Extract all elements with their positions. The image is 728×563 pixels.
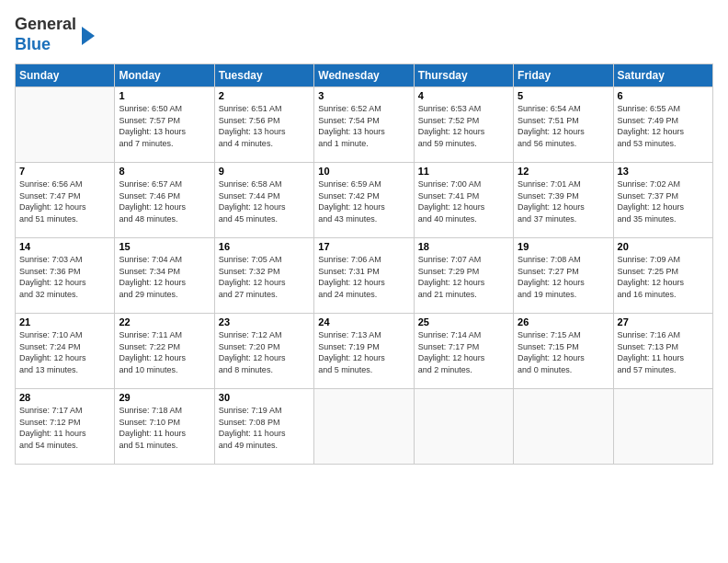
calendar-cell: 23Sunrise: 7:12 AM Sunset: 7:20 PM Dayli… <box>214 314 313 389</box>
day-info: Sunrise: 7:07 AM Sunset: 7:29 PM Dayligh… <box>418 254 509 300</box>
logo-arrow-icon <box>82 27 95 45</box>
day-info: Sunrise: 6:51 AM Sunset: 7:56 PM Dayligh… <box>219 103 310 149</box>
calendar-cell: 16Sunrise: 7:05 AM Sunset: 7:32 PM Dayli… <box>214 238 313 314</box>
day-number: 17 <box>318 241 409 252</box>
calendar-cell: 2Sunrise: 6:51 AM Sunset: 7:56 PM Daylig… <box>214 87 313 163</box>
day-number: 5 <box>518 90 609 101</box>
calendar-cell: 26Sunrise: 7:15 AM Sunset: 7:15 PM Dayli… <box>514 314 613 389</box>
logo-text-block: General Blue <box>15 15 76 54</box>
day-number: 30 <box>219 392 310 403</box>
calendar-cell: 14Sunrise: 7:03 AM Sunset: 7:36 PM Dayli… <box>16 238 115 314</box>
weekday-header-row: SundayMondayTuesdayWednesdayThursdayFrid… <box>16 64 713 87</box>
calendar-cell: 29Sunrise: 7:18 AM Sunset: 7:10 PM Dayli… <box>115 389 214 465</box>
day-info: Sunrise: 7:17 AM Sunset: 7:12 PM Dayligh… <box>19 405 110 451</box>
calendar-cell: 11Sunrise: 7:00 AM Sunset: 7:41 PM Dayli… <box>414 163 513 238</box>
calendar-cell: 22Sunrise: 7:11 AM Sunset: 7:22 PM Dayli… <box>115 314 214 389</box>
weekday-header-saturday: Saturday <box>613 64 712 87</box>
logo-general: General <box>15 15 76 33</box>
weekday-header-friday: Friday <box>514 64 613 87</box>
day-info: Sunrise: 7:00 AM Sunset: 7:41 PM Dayligh… <box>418 178 509 224</box>
day-number: 12 <box>518 166 609 177</box>
day-number: 10 <box>318 166 409 177</box>
day-info: Sunrise: 6:52 AM Sunset: 7:54 PM Dayligh… <box>318 103 409 149</box>
calendar-week-4: 21Sunrise: 7:10 AM Sunset: 7:24 PM Dayli… <box>16 314 713 389</box>
day-info: Sunrise: 7:03 AM Sunset: 7:36 PM Dayligh… <box>19 254 110 300</box>
day-number: 3 <box>318 90 409 101</box>
day-info: Sunrise: 6:50 AM Sunset: 7:57 PM Dayligh… <box>119 103 210 149</box>
calendar-cell: 9Sunrise: 6:58 AM Sunset: 7:44 PM Daylig… <box>214 163 313 238</box>
day-info: Sunrise: 7:10 AM Sunset: 7:24 PM Dayligh… <box>19 329 110 375</box>
calendar-cell: 30Sunrise: 7:19 AM Sunset: 7:08 PM Dayli… <box>214 389 313 465</box>
header: General Blue <box>15 15 713 54</box>
calendar-cell <box>613 389 712 465</box>
calendar-body: 1Sunrise: 6:50 AM Sunset: 7:57 PM Daylig… <box>16 87 713 465</box>
calendar-cell <box>16 87 115 163</box>
day-info: Sunrise: 7:11 AM Sunset: 7:22 PM Dayligh… <box>119 329 210 375</box>
day-number: 20 <box>618 241 709 252</box>
day-info: Sunrise: 7:15 AM Sunset: 7:15 PM Dayligh… <box>518 329 609 375</box>
weekday-header-thursday: Thursday <box>414 64 513 87</box>
day-info: Sunrise: 7:05 AM Sunset: 7:32 PM Dayligh… <box>219 254 310 300</box>
calendar-page: General Blue SundayMondayTuesdayWednesda… <box>0 0 728 563</box>
day-info: Sunrise: 7:01 AM Sunset: 7:39 PM Dayligh… <box>518 178 609 224</box>
logo: General Blue <box>15 15 95 54</box>
calendar-cell: 12Sunrise: 7:01 AM Sunset: 7:39 PM Dayli… <box>514 163 613 238</box>
weekday-header-monday: Monday <box>115 64 214 87</box>
day-info: Sunrise: 6:54 AM Sunset: 7:51 PM Dayligh… <box>518 103 609 149</box>
day-info: Sunrise: 7:08 AM Sunset: 7:27 PM Dayligh… <box>518 254 609 300</box>
day-info: Sunrise: 7:04 AM Sunset: 7:34 PM Dayligh… <box>119 254 210 300</box>
calendar-week-3: 14Sunrise: 7:03 AM Sunset: 7:36 PM Dayli… <box>16 238 713 314</box>
day-number: 25 <box>418 316 509 327</box>
day-info: Sunrise: 7:09 AM Sunset: 7:25 PM Dayligh… <box>618 254 709 300</box>
calendar-cell: 5Sunrise: 6:54 AM Sunset: 7:51 PM Daylig… <box>514 87 613 163</box>
day-number: 4 <box>418 90 509 101</box>
day-info: Sunrise: 6:57 AM Sunset: 7:46 PM Dayligh… <box>119 178 210 224</box>
day-number: 14 <box>19 241 110 252</box>
calendar-week-1: 1Sunrise: 6:50 AM Sunset: 7:57 PM Daylig… <box>16 87 713 163</box>
day-number: 8 <box>119 166 210 177</box>
day-info: Sunrise: 6:59 AM Sunset: 7:42 PM Dayligh… <box>318 178 409 224</box>
calendar-cell: 15Sunrise: 7:04 AM Sunset: 7:34 PM Dayli… <box>115 238 214 314</box>
calendar-cell: 20Sunrise: 7:09 AM Sunset: 7:25 PM Dayli… <box>613 238 712 314</box>
day-info: Sunrise: 6:58 AM Sunset: 7:44 PM Dayligh… <box>219 178 310 224</box>
day-number: 9 <box>219 166 310 177</box>
calendar-table: SundayMondayTuesdayWednesdayThursdayFrid… <box>15 63 713 465</box>
day-number: 24 <box>318 316 409 327</box>
day-number: 6 <box>618 90 709 101</box>
day-number: 11 <box>418 166 509 177</box>
calendar-cell: 18Sunrise: 7:07 AM Sunset: 7:29 PM Dayli… <box>414 238 513 314</box>
calendar-cell: 25Sunrise: 7:14 AM Sunset: 7:17 PM Dayli… <box>414 314 513 389</box>
calendar-cell: 4Sunrise: 6:53 AM Sunset: 7:52 PM Daylig… <box>414 87 513 163</box>
calendar-cell: 28Sunrise: 7:17 AM Sunset: 7:12 PM Dayli… <box>16 389 115 465</box>
weekday-header-tuesday: Tuesday <box>214 64 313 87</box>
calendar-cell: 3Sunrise: 6:52 AM Sunset: 7:54 PM Daylig… <box>314 87 414 163</box>
day-info: Sunrise: 6:55 AM Sunset: 7:49 PM Dayligh… <box>618 103 709 149</box>
day-info: Sunrise: 7:14 AM Sunset: 7:17 PM Dayligh… <box>418 329 509 375</box>
logo-blue: Blue <box>15 35 51 53</box>
calendar-cell: 13Sunrise: 7:02 AM Sunset: 7:37 PM Dayli… <box>613 163 712 238</box>
calendar-cell: 10Sunrise: 6:59 AM Sunset: 7:42 PM Dayli… <box>314 163 414 238</box>
day-info: Sunrise: 7:13 AM Sunset: 7:19 PM Dayligh… <box>318 329 409 375</box>
calendar-header: SundayMondayTuesdayWednesdayThursdayFrid… <box>16 64 713 87</box>
day-info: Sunrise: 6:53 AM Sunset: 7:52 PM Dayligh… <box>418 103 509 149</box>
calendar-cell <box>414 389 513 465</box>
calendar-cell <box>314 389 414 465</box>
day-number: 7 <box>19 166 110 177</box>
day-number: 26 <box>518 316 609 327</box>
day-number: 29 <box>119 392 210 403</box>
day-number: 15 <box>119 241 210 252</box>
day-number: 21 <box>19 316 110 327</box>
day-number: 13 <box>618 166 709 177</box>
calendar-cell: 17Sunrise: 7:06 AM Sunset: 7:31 PM Dayli… <box>314 238 414 314</box>
day-info: Sunrise: 7:16 AM Sunset: 7:13 PM Dayligh… <box>618 329 709 375</box>
calendar-cell: 24Sunrise: 7:13 AM Sunset: 7:19 PM Dayli… <box>314 314 414 389</box>
day-number: 19 <box>518 241 609 252</box>
calendar-cell: 27Sunrise: 7:16 AM Sunset: 7:13 PM Dayli… <box>613 314 712 389</box>
day-number: 1 <box>119 90 210 101</box>
day-number: 27 <box>618 316 709 327</box>
calendar-cell <box>514 389 613 465</box>
calendar-cell: 6Sunrise: 6:55 AM Sunset: 7:49 PM Daylig… <box>613 87 712 163</box>
day-info: Sunrise: 7:19 AM Sunset: 7:08 PM Dayligh… <box>219 405 310 451</box>
day-info: Sunrise: 7:06 AM Sunset: 7:31 PM Dayligh… <box>318 254 409 300</box>
calendar-cell: 21Sunrise: 7:10 AM Sunset: 7:24 PM Dayli… <box>16 314 115 389</box>
